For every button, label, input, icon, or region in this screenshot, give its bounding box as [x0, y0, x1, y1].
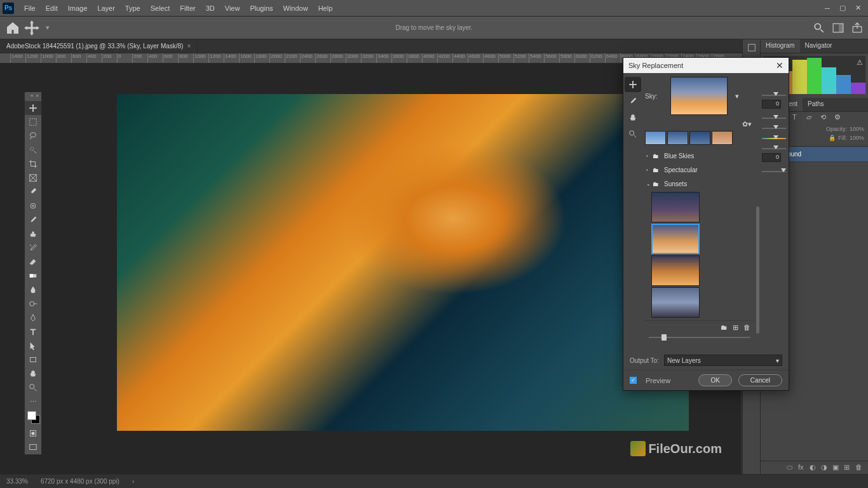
status-chevron-icon[interactable]: ›	[132, 478, 134, 485]
menu-help[interactable]: Help	[313, 2, 338, 15]
recent-thumb[interactable]	[667, 131, 688, 145]
fx-icon[interactable]: fx	[798, 463, 807, 472]
lock-icon[interactable]: 🔒	[829, 135, 836, 141]
move-tool-icon[interactable]	[24, 20, 39, 36]
healing-tool[interactable]	[25, 199, 41, 213]
scrollbar[interactable]	[756, 207, 759, 334]
category-sunsets[interactable]: ⌄ 🖿 Sunsets	[645, 177, 754, 191]
pen-tool[interactable]	[25, 311, 41, 325]
eraser-tool[interactable]	[25, 255, 41, 269]
warning-icon[interactable]: ⚠	[857, 58, 863, 67]
sunset-preset-selected[interactable]	[651, 224, 700, 254]
document-tab-close-icon[interactable]: ×	[187, 43, 191, 50]
blur-tool[interactable]	[25, 283, 41, 297]
document-tab[interactable]: AdobeStock 184425591 (1).jpeg @ 33.3% (S…	[0, 39, 198, 53]
link-icon[interactable]: ⬭	[787, 463, 796, 472]
zoom-tool[interactable]	[25, 381, 41, 395]
toolbox-collapse-icon[interactable]: «	[31, 93, 33, 100]
gear-icon[interactable]: ⚙	[834, 113, 844, 123]
lighting-slider[interactable]	[762, 171, 786, 172]
dialog-hand-tool[interactable]	[625, 110, 641, 125]
sunset-preset[interactable]	[651, 255, 700, 286]
menu-edit[interactable]: Edit	[41, 2, 63, 15]
sunset-preset[interactable]	[651, 192, 700, 222]
eyedropper-tool[interactable]	[25, 185, 41, 199]
color-panel-icon[interactable]	[743, 39, 761, 56]
rectangle-tool[interactable]	[25, 353, 41, 367]
color-swatches[interactable]	[25, 409, 41, 426]
window-restore-icon[interactable]: ▢	[835, 3, 850, 14]
cancel-button[interactable]: Cancel	[738, 374, 782, 386]
menu-view[interactable]: View	[220, 2, 245, 15]
new-preset-icon[interactable]: ⊞	[733, 323, 738, 332]
history-brush-tool[interactable]	[25, 241, 41, 255]
delete-preset-icon[interactable]: 🗑	[743, 323, 750, 332]
foreground-color[interactable]	[27, 411, 36, 420]
brightness-slider[interactable]	[762, 128, 786, 129]
frame-tool[interactable]	[25, 171, 41, 185]
category-spectacular[interactable]: › 🖿 Spectacular	[645, 163, 754, 177]
menu-window[interactable]: Window	[278, 2, 313, 15]
lasso-tool[interactable]	[25, 129, 41, 143]
recent-thumb[interactable]	[645, 131, 666, 145]
move-tool[interactable]	[25, 101, 41, 115]
folder-icon[interactable]: ▣	[832, 463, 841, 472]
thumbnail-size-slider[interactable]	[645, 334, 754, 339]
tab-navigator[interactable]: Navigator	[800, 39, 837, 53]
sunset-preset[interactable]	[651, 287, 700, 318]
quick-select-tool[interactable]	[25, 143, 41, 157]
search-icon[interactable]	[813, 22, 825, 34]
trash-icon[interactable]: 🗑	[855, 463, 864, 472]
crop-icon[interactable]: ▱	[806, 113, 817, 123]
screen-mode-icon[interactable]	[25, 440, 41, 454]
brush-tool[interactable]	[25, 213, 41, 227]
window-close-icon[interactable]: ✕	[850, 3, 865, 14]
type-tool[interactable]	[25, 325, 41, 339]
crop-tool[interactable]	[25, 157, 41, 171]
menu-plugins[interactable]: Plugins	[245, 2, 278, 15]
output-to-select[interactable]: New Layers▾	[664, 355, 782, 366]
menu-3d[interactable]: 3D	[201, 2, 220, 15]
menu-select[interactable]: Select	[146, 2, 175, 15]
marquee-tool[interactable]	[25, 115, 41, 129]
mask-icon[interactable]: ◐	[810, 463, 818, 472]
ok-button[interactable]: OK	[698, 374, 731, 386]
more-tools-icon[interactable]: ⋯	[25, 395, 41, 409]
gradient-tool[interactable]	[25, 269, 41, 283]
type-icon[interactable]: T	[792, 113, 803, 123]
window-minimize-icon[interactable]: ─	[820, 3, 835, 14]
chevron-down-icon[interactable]: ▾	[46, 24, 50, 32]
scale-slider[interactable]: 0	[762, 148, 786, 162]
workspace-icon[interactable]	[832, 22, 844, 34]
dialog-brush-tool[interactable]	[625, 93, 641, 109]
path-select-tool[interactable]	[25, 339, 41, 353]
home-icon[interactable]	[5, 20, 20, 36]
menu-layer[interactable]: Layer	[92, 2, 120, 15]
recent-thumb[interactable]	[689, 131, 710, 145]
temperature-slider[interactable]	[762, 138, 786, 139]
recent-thumb[interactable]	[712, 131, 733, 145]
quick-mask-icon[interactable]	[25, 426, 41, 440]
rotate-icon[interactable]: ⟲	[820, 113, 831, 123]
adjust-icon[interactable]: ◑	[821, 463, 830, 472]
fade-edge-slider[interactable]	[762, 118, 786, 119]
sky-preview-dropdown[interactable]	[670, 77, 728, 115]
dialog-close-icon[interactable]: ✕	[776, 60, 783, 71]
toolbox-close-icon[interactable]: ×	[36, 93, 39, 100]
fill-value[interactable]: 100%	[850, 135, 864, 141]
tab-histogram[interactable]: Histogram	[761, 39, 800, 53]
preview-checkbox[interactable]: ✓	[630, 377, 637, 384]
zoom-level[interactable]: 33.33%	[6, 478, 28, 485]
tab-paths[interactable]: Paths	[803, 98, 829, 111]
category-blue-skies[interactable]: › 🖿 Blue Skies	[645, 149, 754, 163]
shift-edge-slider[interactable]: 0	[762, 95, 786, 109]
clone-stamp-tool[interactable]	[25, 227, 41, 241]
menu-filter[interactable]: Filter	[175, 2, 200, 15]
import-folder-icon[interactable]: 🖿	[721, 323, 728, 332]
hand-tool[interactable]	[25, 367, 41, 381]
preset-gear-icon[interactable]: ✿▾	[742, 120, 752, 128]
menu-type[interactable]: Type	[120, 2, 146, 15]
menu-file[interactable]: File	[19, 2, 41, 15]
dialog-titlebar[interactable]: Sky Replacement ✕	[623, 58, 789, 73]
share-icon[interactable]	[851, 22, 863, 34]
